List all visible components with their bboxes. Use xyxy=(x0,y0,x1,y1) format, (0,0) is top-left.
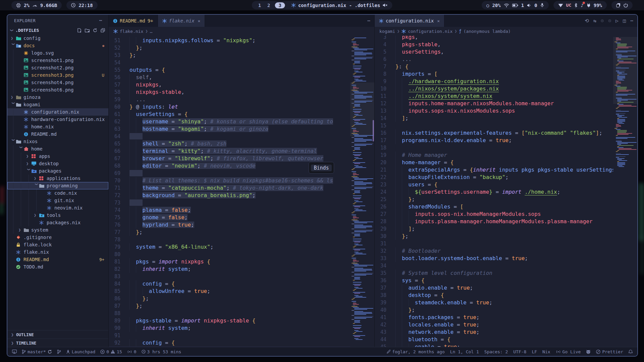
code-line-45[interactable]: 45enable = true; xyxy=(375,343,613,347)
tree-item-configuration-nix[interactable]: configuration.nix xyxy=(7,108,108,116)
code-line-8[interactable]: 8imports = [ xyxy=(375,70,613,78)
code-line-78[interactable]: 78 xyxy=(109,236,350,243)
chevron-right-icon[interactable]: ❯ xyxy=(34,213,39,218)
notifications-bell[interactable] xyxy=(629,350,633,354)
code-line-42[interactable]: 42locales.enable = true; xyxy=(375,321,613,328)
new-file-icon[interactable] xyxy=(77,28,82,33)
code-line-64[interactable]: 64 xyxy=(109,133,350,140)
tree-item-code-nix[interactable]: code.nix xyxy=(7,189,108,197)
workspace-root-row[interactable]: ❯ .DOTFILES xyxy=(7,26,108,35)
tab-configuration-nix[interactable]: configuration.nix × xyxy=(375,15,444,27)
code-line-70[interactable]: 70# List all themes: $ nix build nixpkgs… xyxy=(109,177,350,184)
encoding-setting[interactable]: UTF-8 xyxy=(513,349,526,354)
tray-pill[interactable]: UC ♪ 99% xyxy=(553,1,607,9)
code-line-93[interactable]: 93allowUnfree = true; xyxy=(109,347,350,347)
timeline-history-icon[interactable]: ⟲ xyxy=(585,18,589,24)
code-line-41[interactable]: 41fonts.packages = true; xyxy=(375,314,613,321)
code-line-92[interactable]: 92config = { xyxy=(109,339,350,347)
code-line-81[interactable]: 81pkgs = import nixpkgs { xyxy=(109,258,350,265)
code-line-83[interactable]: 83 xyxy=(109,273,350,280)
code-line-56[interactable]: 56self, xyxy=(109,74,350,81)
code-line-12[interactable]: 12inputs.home-manager.nixosModules.home-… xyxy=(375,100,613,107)
new-folder-icon[interactable] xyxy=(85,28,90,33)
code-line-7[interactable]: 7}: { xyxy=(375,63,613,70)
code-line-75[interactable]: 75gnome = false; xyxy=(109,214,350,221)
code-line-30[interactable]: 30}; xyxy=(375,233,613,240)
code-line-91[interactable]: 91 xyxy=(109,332,350,339)
tree-item-readme-md[interactable]: README.md9+ xyxy=(7,256,108,263)
problems-indicator[interactable]: 0 15 xyxy=(100,349,122,354)
tree-item-screenshot4-png[interactable]: screenshot4.png xyxy=(7,79,108,86)
tree-item-applications[interactable]: ❯applications xyxy=(7,175,108,182)
chevron-right-icon[interactable]: ❯ xyxy=(11,95,16,100)
code-line-43[interactable]: 43network.enable = true; xyxy=(375,328,613,336)
git-graph-button[interactable] xyxy=(57,350,61,354)
chevron-right-icon[interactable]: ❯ xyxy=(11,36,16,41)
run-icon[interactable]: ▷ xyxy=(615,18,619,24)
code-line-6[interactable]: 6... xyxy=(375,56,613,63)
code-line-77[interactable]: 77}; xyxy=(109,229,350,236)
chevron-down-icon[interactable]: ❯ xyxy=(11,43,16,48)
code-line-72[interactable]: 72background = "aurora_borealis.png"; xyxy=(109,192,350,199)
code-line-4[interactable]: 4pkgs-stable, xyxy=(375,41,613,48)
code-line-19[interactable]: 19# Home manager xyxy=(375,152,613,159)
breadcrumb-item[interactable]: kogami xyxy=(379,29,395,34)
collapse-all-icon[interactable] xyxy=(101,28,105,33)
code-line-90[interactable]: 90inherit system; xyxy=(109,324,350,332)
code-line-17[interactable]: 17programs.nix-ld.dev.enable = true; xyxy=(375,137,613,144)
chevron-down-icon[interactable]: ❯ xyxy=(11,139,16,144)
tree-item-packages[interactable]: ❯packages xyxy=(7,167,108,175)
code-line-10[interactable]: 10../nixos/system/packages.nix xyxy=(375,85,613,93)
code-line-55[interactable]: 55outputs = { xyxy=(109,66,350,74)
code-line-33[interactable]: 33boot.loader.systemd-boot.enable = true… xyxy=(375,255,613,262)
tab-close-icon[interactable]: × xyxy=(437,18,440,23)
go-live-button[interactable]: Go Live xyxy=(556,349,581,354)
code-line-5[interactable]: 5userSettings, xyxy=(375,48,613,56)
sync-icon[interactable] xyxy=(48,350,52,354)
code-line-73[interactable]: 73 xyxy=(109,199,350,206)
code-line-13[interactable]: 13inputs.sops-nix.nixosModules.sops xyxy=(375,107,613,115)
tree-item-screenshot3-png[interactable]: screenshot3.pngU xyxy=(7,71,108,79)
code-line-23[interactable]: 23users = { xyxy=(375,181,613,188)
open-changes-icon[interactable]: ⇆ xyxy=(593,18,596,24)
cursor-position[interactable]: Ln 1, Col 1 xyxy=(450,349,479,354)
tree-item-apps[interactable]: ❯apps xyxy=(7,153,108,160)
ports-indicator[interactable]: 0 xyxy=(127,349,137,354)
tree-item-screenshot2-png[interactable]: screenshot2.png xyxy=(7,64,108,71)
code-line-59[interactable]: 59... xyxy=(109,96,350,103)
tree-item-home-nix[interactable]: home.nix xyxy=(7,123,108,130)
code-line-51[interactable]: 51inputs.nixpkgs.follows = "nixpkgs"; xyxy=(109,37,350,44)
code-line-89[interactable]: 89pkgs-stable = import nixpkgs-stable { xyxy=(109,317,350,324)
tab-flake-nix[interactable]: flake.nix × xyxy=(158,15,205,27)
tree-item-screenshot6-png[interactable]: screenshot6.png xyxy=(7,86,108,94)
previous-change-icon[interactable]: ⊙ xyxy=(601,18,604,24)
code-line-88[interactable]: 88 xyxy=(109,310,350,317)
tree-item-logo-svg[interactable]: logo.svg xyxy=(7,49,108,57)
code-line-26[interactable]: 26sharedModules = [ xyxy=(375,203,613,210)
chevron-down-icon[interactable]: ❯ xyxy=(19,146,23,152)
code-line-63[interactable]: 63hostname = "kogami"; # kogami or ginoz… xyxy=(109,125,350,133)
code-line-87[interactable]: 87}; xyxy=(109,302,350,310)
code-line-67[interactable]: 67browser = "librewolf"; # firefox, libr… xyxy=(109,155,350,162)
split-editor-icon[interactable]: ◫ xyxy=(623,18,626,24)
code-line-71[interactable]: 71theme = "catppuccin-mocha"; # tokyo-ni… xyxy=(109,184,350,192)
code-line-74[interactable]: 74plasma = false; xyxy=(109,206,350,214)
code-line-60[interactable]: 60} @ inputs: let xyxy=(109,103,350,111)
code-line-3[interactable]: 3pkgs, xyxy=(375,36,613,41)
code-line-27[interactable]: 27inputs.sops-nix.homeManagerModules.sop… xyxy=(375,210,613,218)
prettier-status[interactable]: Prettier xyxy=(596,349,623,354)
code-line-25[interactable]: 25}; xyxy=(375,196,613,203)
system-stats-pill[interactable]: 2% 9.66GB xyxy=(11,1,62,9)
chevron-right-icon[interactable]: ❯ xyxy=(26,154,32,159)
tree-item--gitignore[interactable]: .gitignore xyxy=(7,234,108,241)
code-line-53[interactable]: 53}; xyxy=(109,52,350,59)
tree-item-config[interactable]: ❯config xyxy=(7,35,108,42)
code-line-9[interactable]: 9./hardware-configuration.nix xyxy=(375,78,613,85)
tab-overflow-icon[interactable]: ⋯ xyxy=(367,18,370,24)
tree-item-packages-nix[interactable]: packages.nix xyxy=(7,219,108,226)
code-area-configuration-nix[interactable]: 3pkgs,4pkgs-stable,5userSettings,6...7}:… xyxy=(375,36,613,347)
code-line-31[interactable]: 31 xyxy=(375,240,613,247)
tree-item-desktop[interactable]: ❯desktop xyxy=(7,160,108,167)
code-line-85[interactable]: 85allowUnfree = true; xyxy=(109,288,350,295)
chevron-right-icon[interactable]: ❯ xyxy=(26,161,32,166)
